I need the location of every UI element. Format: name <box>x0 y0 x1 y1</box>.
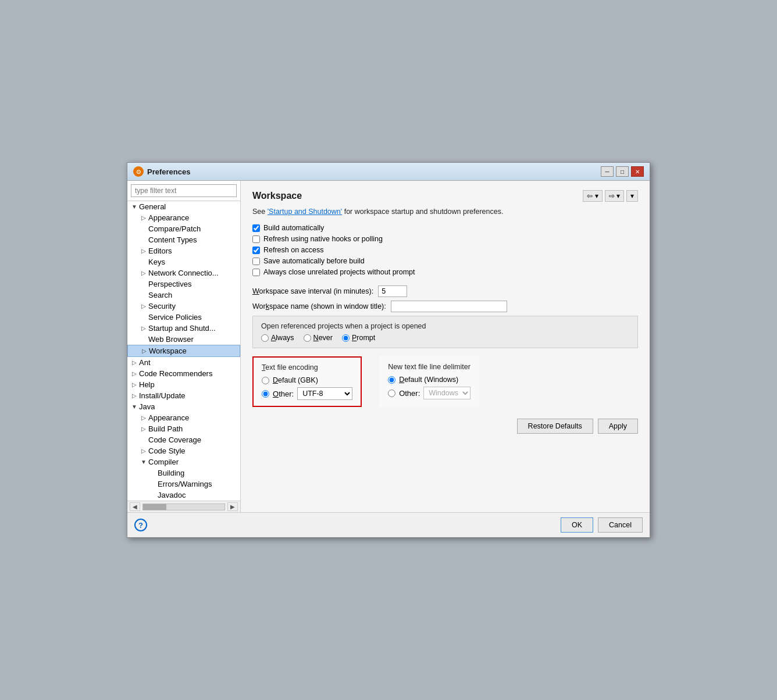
label-building: Building <box>158 469 184 477</box>
radio-prompt-input[interactable] <box>342 334 350 342</box>
sidebar-item-editors[interactable]: ▷ Editors <box>127 245 240 256</box>
sidebar-item-javadoc[interactable]: Javadoc <box>127 490 240 501</box>
search-box <box>127 181 240 201</box>
sidebar-item-security[interactable]: ▷ Security <box>127 301 240 312</box>
delimiter-default-row: Default (Windows) <box>388 376 471 384</box>
expander-general: ▼ <box>130 203 139 210</box>
options-section: Build automatically Refresh using native… <box>252 224 638 276</box>
label-perspectives: Perspectives <box>148 280 191 288</box>
sidebar-item-compiler[interactable]: ▼ Compiler <box>127 456 240 467</box>
window-title: Preferences <box>147 167 190 176</box>
nav-dropdown-button[interactable]: ▾ <box>626 190 638 202</box>
sidebar-item-network[interactable]: ▷ Network Connectio... <box>127 267 240 278</box>
label-search: Search <box>148 291 172 299</box>
encoding-select[interactable]: UTF-8 UTF-16 ISO-8859-1 US-ASCII <box>297 387 352 400</box>
delimiter-default-label: Default (Windows) <box>399 376 458 384</box>
sidebar-item-appearance[interactable]: ▷ Appearance <box>127 212 240 223</box>
tree-container: ▼ General ▷ Appearance Compare/Pa <box>127 201 240 501</box>
scroll-left-btn[interactable]: ◀ <box>130 502 140 511</box>
workspace-name-input[interactable] <box>391 301 507 312</box>
workspace-save-input[interactable] <box>378 285 407 297</box>
sidebar-item-building[interactable]: Building <box>127 467 240 478</box>
sidebar-item-java-appearance[interactable]: ▷ Appearance <box>127 412 240 423</box>
sidebar-item-ant[interactable]: ▷ Ant <box>127 357 240 368</box>
titlebar: ⊙ Preferences ─ □ ✕ <box>127 163 650 181</box>
nav-arrows: ⇦ ▾ ⇨ ▾ ▾ <box>583 190 638 202</box>
radio-always-label: Always <box>271 334 294 342</box>
apply-button[interactable]: Apply <box>598 419 638 434</box>
delimiter-title: New text file line delimiter <box>388 363 471 371</box>
sidebar-item-general[interactable]: ▼ General <box>127 201 240 212</box>
search-input[interactable] <box>131 184 237 197</box>
workspace-save-label: Workspace save interval (in minutes): <box>252 287 373 295</box>
nav-forward-button[interactable]: ⇨ ▾ <box>605 190 624 202</box>
sidebar-item-build-path[interactable]: ▷ Build Path <box>127 423 240 434</box>
encoding-default-label: Default (GBK) <box>273 376 318 384</box>
radio-never-input[interactable] <box>304 334 311 342</box>
build-automatically-label: Build automatically <box>263 224 324 232</box>
radio-always-input[interactable] <box>261 334 269 342</box>
label-content-types: Content Types <box>148 235 197 244</box>
delimiter-other-row: Other: Windows Unix Mac <box>388 387 471 399</box>
sidebar-item-startup[interactable]: ▷ Startup and Shutd... <box>127 323 240 334</box>
scroll-right-btn[interactable]: ▶ <box>227 502 238 511</box>
restore-defaults-button[interactable]: Restore Defaults <box>517 419 593 434</box>
sidebar-item-java[interactable]: ▼ Java <box>127 401 240 412</box>
bottom-bar: ? OK Cancel <box>127 512 650 537</box>
save-before-build-label: Save automatically before build <box>263 257 365 265</box>
close-button[interactable]: ✕ <box>631 166 644 177</box>
sidebar-item-code-recommenders[interactable]: ▷ Code Recommenders <box>127 368 240 379</box>
label-network: Network Connectio... <box>148 269 219 277</box>
refresh-access-row: Refresh on access <box>252 246 638 254</box>
startup-link[interactable]: 'Startup and Shutdown' <box>268 208 342 216</box>
workspace-name-row: Workspace name (shown in window title): <box>252 301 638 312</box>
sidebar-item-web-browser[interactable]: Web Browser <box>127 334 240 345</box>
help-button[interactable]: ? <box>134 519 147 531</box>
build-automatically-checkbox[interactable] <box>252 224 260 232</box>
label-java-appearance: Appearance <box>148 413 189 422</box>
workspace-save-row: Workspace save interval (in minutes): <box>252 285 638 297</box>
label-keys: Keys <box>148 258 165 266</box>
label-javadoc: Javadoc <box>158 491 186 499</box>
sidebar-item-search[interactable]: Search <box>127 290 240 301</box>
label-help: Help <box>139 380 155 389</box>
nav-back-button[interactable]: ⇦ ▾ <box>583 190 602 202</box>
radio-never-label: Never <box>313 334 333 342</box>
encoding-other-label: Other: <box>273 390 294 398</box>
label-editors: Editors <box>148 247 172 255</box>
sidebar-item-workspace[interactable]: ▷ Workspace <box>127 345 240 357</box>
refresh-native-checkbox[interactable] <box>252 235 260 243</box>
save-before-build-checkbox[interactable] <box>252 258 260 265</box>
delimiter-default-radio[interactable] <box>388 376 395 384</box>
label-service-policies: Service Policies <box>148 313 202 322</box>
encoding-other-radio[interactable] <box>262 390 269 398</box>
sidebar-item-code-style[interactable]: ▷ Code Style <box>127 445 240 456</box>
sidebar-item-install-update[interactable]: ▷ Install/Update <box>127 390 240 401</box>
maximize-button[interactable]: □ <box>616 166 629 177</box>
label-code-style: Code Style <box>148 447 186 455</box>
label-code-recommenders: Code Recommenders <box>139 369 212 378</box>
ok-button[interactable]: OK <box>561 517 593 533</box>
encoding-default-row: Default (GBK) <box>262 376 352 384</box>
sidebar-item-perspectives[interactable]: Perspectives <box>127 278 240 290</box>
refresh-access-checkbox[interactable] <box>252 247 260 254</box>
delimiter-other-radio[interactable] <box>388 390 395 397</box>
label-code-coverage: Code Coverage <box>148 435 201 444</box>
radio-never: Never <box>304 334 333 342</box>
encoding-other-row: Other: UTF-8 UTF-16 ISO-8859-1 US-ASCII <box>262 387 352 400</box>
workspace-name-label: Workspace name (shown in window title): <box>252 302 386 310</box>
delimiter-select[interactable]: Windows Unix Mac <box>423 387 471 399</box>
radio-prompt: Prompt <box>342 334 375 342</box>
sidebar-item-service-policies[interactable]: Service Policies <box>127 312 240 323</box>
close-unrelated-checkbox[interactable] <box>252 269 260 276</box>
sidebar-item-keys[interactable]: Keys <box>127 256 240 267</box>
sidebar-item-code-coverage[interactable]: Code Coverage <box>127 434 240 445</box>
minimize-button[interactable]: ─ <box>601 166 614 177</box>
sidebar-item-content-types[interactable]: Content Types <box>127 234 240 245</box>
encoding-default-radio[interactable] <box>262 377 269 384</box>
label-security: Security <box>148 302 176 310</box>
sidebar-item-errors-warnings[interactable]: Errors/Warnings <box>127 478 240 490</box>
cancel-button[interactable]: Cancel <box>598 517 643 533</box>
sidebar-item-compare-patch[interactable]: Compare/Patch <box>127 223 240 234</box>
sidebar-item-help[interactable]: ▷ Help <box>127 379 240 390</box>
